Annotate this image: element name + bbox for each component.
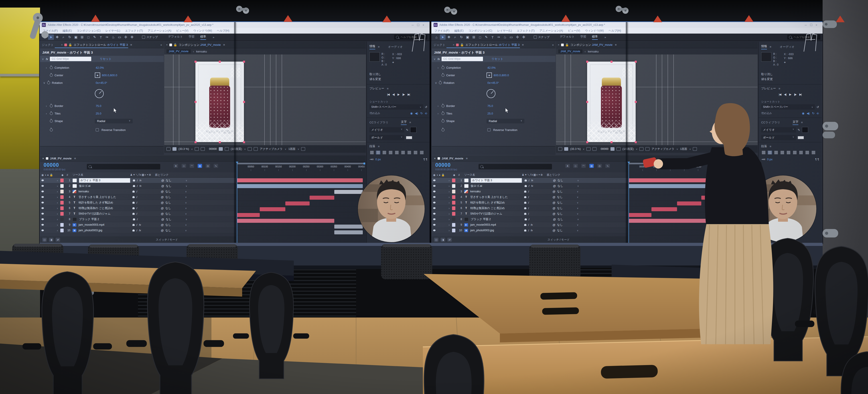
hand-tool-icon[interactable]: ✥ [446, 34, 452, 40]
reset-icon[interactable]: ↺ [816, 105, 819, 109]
align-button[interactable] [792, 151, 797, 155]
layer-parent-select[interactable]: なし∨ [557, 190, 579, 193]
layer-parent-select[interactable]: なし∨ [165, 190, 187, 193]
layer-visibility-toggle[interactable] [433, 224, 436, 226]
effect-header-row[interactable]: ∨fx CC Grid Wipe リセット [40, 56, 164, 62]
channels-icon[interactable] [617, 147, 621, 151]
snap-checkbox[interactable] [142, 36, 145, 39]
layer-expander[interactable]: › [447, 201, 451, 204]
play-icon[interactable]: ▶ [789, 93, 791, 96]
draft-3d-icon[interactable]: ◇ [573, 164, 578, 168]
rotate-tool-icon[interactable]: ↻ [67, 34, 72, 40]
roto-brush-tool-icon[interactable]: ✣ [515, 34, 520, 40]
layer-expander[interactable]: › [56, 206, 59, 210]
grid-options-icon[interactable] [586, 147, 590, 151]
stopwatch-icon[interactable] [441, 112, 444, 115]
panel-menu-icon[interactable]: ≡ [770, 145, 771, 148]
layer-parent-select[interactable]: なし∨ [166, 218, 187, 221]
effect-controls-tab[interactable]: エフェクトコントロール ホワイト 平面 3 [74, 43, 128, 47]
current-time-indicator[interactable] [237, 162, 237, 243]
breadcrumb-comp[interactable]: JAM_PV_movie [558, 50, 583, 53]
font-style-dropdown[interactable]: ボールド∨ [369, 135, 404, 140]
panel-menu-icon[interactable]: ≡ [74, 157, 76, 160]
workspace-tab[interactable]: デフォルト [560, 35, 575, 40]
layer-row[interactable]: ›6T特徴は無添加の ごと煮詰め/@なし∨ [432, 205, 628, 211]
layer-name[interactable]: ホワイト 平面 3 [471, 178, 522, 183]
layer-label-color[interactable] [452, 201, 455, 204]
brush-tool-icon[interactable]: ✑ [496, 34, 502, 40]
close-tab-icon[interactable]: × [453, 43, 455, 46]
layer-duration-bar[interactable] [701, 196, 726, 200]
font-family-dropdown[interactable]: メイリオ∨ [369, 127, 404, 133]
layer-name[interactable]: 特徴は無添加の ごと煮詰め [470, 206, 522, 210]
composition-mini-flowchart-icon[interactable]: ⋔ [174, 164, 178, 168]
character-tab[interactable]: 文字 [793, 120, 798, 125]
layer-row[interactable]: ›7TSNSやTVで話題のジャム/@なし∨ [432, 211, 628, 217]
menu-item[interactable]: ヘルプ(H) [609, 29, 621, 33]
zoom-level-dropdown[interactable]: (33.3 %) ∨ [179, 147, 193, 151]
layer-parent-select[interactable]: なし∨ [558, 218, 579, 221]
layer-row[interactable]: ›8ブラック 平面 2/@なし∨ [40, 217, 236, 222]
layer-expander[interactable]: › [56, 212, 59, 216]
parent-pickwhip-icon[interactable]: @ [552, 223, 556, 227]
selection-handle[interactable] [219, 61, 221, 63]
play-icon[interactable]: ▶ [398, 93, 399, 96]
layer-name[interactable]: 特許を取得した さず瓶詰め [79, 201, 130, 204]
parent-pickwhip-icon[interactable]: @ [160, 229, 164, 232]
panel-menu-icon[interactable]: ≡ [522, 43, 524, 46]
layer-label-color[interactable] [60, 229, 64, 232]
layer-duration-bar[interactable] [334, 225, 363, 229]
layer-duration-bar[interactable] [629, 219, 726, 223]
current-time-display[interactable]: 00000 [435, 162, 451, 168]
layer-name[interactable]: kensaku [79, 190, 130, 193]
layer-row[interactable]: ›4T甘さすっきり美 上がりました/@なし∨ [432, 194, 628, 200]
layer-row[interactable]: ›7TSNSやTVで話題のジャム/@なし∨ [40, 211, 236, 217]
shape-tool-icon[interactable]: □ [86, 34, 91, 40]
parent-pickwhip-icon[interactable]: @ [552, 206, 556, 210]
layer-row[interactable]: ›3kensaku/@なし∨ [432, 189, 628, 194]
loop-icon[interactable]: ↻ [812, 111, 814, 115]
layer-label-color[interactable] [60, 201, 64, 204]
layer-parent-select[interactable]: なし∨ [558, 184, 579, 188]
window-controls[interactable]: ─☐× [412, 23, 427, 27]
zoom-tool-icon[interactable]: ⌕ [452, 34, 458, 40]
layer-expander[interactable]: › [447, 195, 451, 199]
lock-icon[interactable]: 🔓 [68, 43, 72, 46]
layer-label-color[interactable] [60, 178, 64, 182]
layer-switches[interactable]: / [132, 201, 154, 204]
timeline-search-input[interactable] [485, 165, 543, 168]
export-icon[interactable]: ⎆ [425, 111, 427, 115]
stopwatch-icon[interactable] [441, 74, 444, 77]
panel-menu-icon[interactable]: ≡ [770, 45, 771, 48]
menu-item[interactable]: ビュー(V) [176, 29, 188, 33]
layer-visibility-toggle[interactable] [433, 202, 436, 203]
eye-icon[interactable]: ◉ [802, 111, 804, 115]
layer-switches[interactable]: / [133, 218, 154, 221]
menu-item[interactable]: ファイル(F) [434, 29, 450, 33]
region-of-interest-icon[interactable] [201, 147, 205, 151]
layer-expander[interactable]: › [56, 223, 59, 227]
layer-label-color[interactable] [60, 206, 64, 210]
align-button[interactable] [369, 151, 374, 155]
layer-name[interactable]: jam_photo0003.jpg [79, 229, 130, 232]
menu-item[interactable]: ファイル(F) [43, 29, 58, 33]
layer-duration-bar[interactable] [677, 201, 701, 205]
selection-handle[interactable] [194, 141, 196, 143]
first-frame-icon[interactable]: |◀ [387, 93, 389, 96]
effect-property-row[interactable]: ∨Rotation0x+45.0° [40, 80, 164, 86]
layer-expander[interactable]: › [56, 201, 59, 204]
selection-handle[interactable] [611, 61, 613, 63]
layer-visibility-toggle[interactable] [433, 218, 436, 220]
layer-visibility-toggle[interactable] [433, 179, 436, 181]
composition-viewer[interactable]: SNSやTVで話題の [164, 55, 366, 145]
panel-menu-icon[interactable]: ≡ [223, 43, 225, 46]
center-point-icon[interactable]: ◈ [487, 72, 492, 78]
cc-libraries-tab[interactable]: CCライブラリ [369, 121, 389, 125]
layer-duration-bar[interactable] [334, 230, 363, 234]
parent-link-column[interactable]: 親とリンク [547, 173, 560, 177]
puppet-pin-tool-icon[interactable]: ✜ [129, 34, 135, 40]
layer-name[interactable]: jam_movie0003.mp4 [79, 223, 130, 226]
layer-switches[interactable]: / [524, 212, 546, 216]
type-tool-icon[interactable]: T [98, 34, 104, 40]
composition-mini-flowchart-icon[interactable]: ⋔ [565, 164, 570, 168]
